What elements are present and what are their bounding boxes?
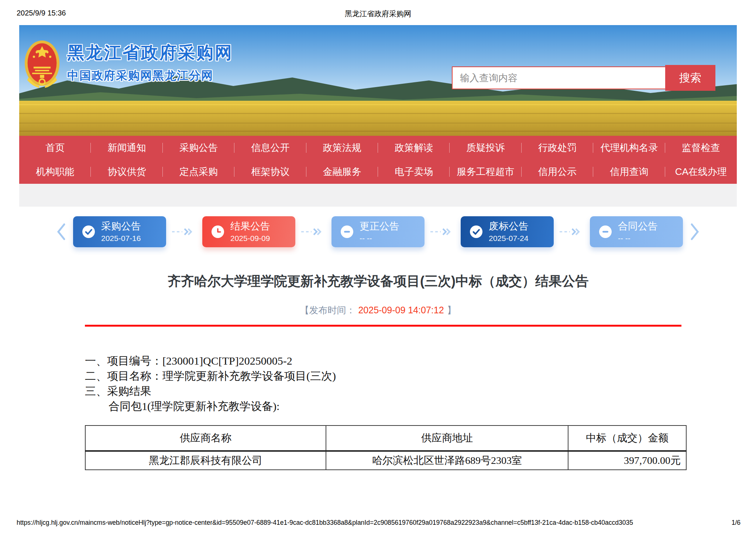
nav-item-inquiry-complaint[interactable]: 质疑投诉 — [450, 136, 521, 160]
brand-text: 黑龙江省政府采购网 中国政府采购网黑龙江分网 — [67, 32, 233, 95]
project-name-line: 二、项目名称：理学院更新补充教学设备项目(三次) — [85, 369, 681, 384]
site-brand: 黑龙江省政府采购网 中国政府采购网黑龙江分网 — [24, 32, 233, 95]
nav-item-designated-procurement[interactable]: 定点采购 — [163, 160, 234, 184]
flow-step-date: 2025-07-16 — [101, 234, 141, 243]
nav-item-credit-query[interactable]: 信用查询 — [593, 160, 665, 184]
nav-item-ca-online[interactable]: CA在线办理 — [665, 160, 737, 184]
flow-step-date: 2025-09-09 — [230, 234, 270, 243]
red-divider — [85, 325, 681, 327]
print-doc-title: 黑龙江省政府采购网 — [17, 9, 739, 19]
nav-item-administrative-penalty[interactable]: 行政处罚 — [522, 136, 593, 160]
site-subtitle: 中国政府采购网黑龙江分网 — [67, 68, 233, 83]
nav-item-financial-services[interactable]: 金融服务 — [306, 160, 378, 184]
project-number-line: 一、项目编号：[230001]QC[TP]20250005-2 — [85, 354, 681, 369]
nav-item-supervision-inspection[interactable]: 监督检查 — [665, 136, 737, 160]
dashed-arrow-icon — [300, 228, 326, 236]
header-supplier-address: 供应商地址 — [326, 426, 568, 451]
nav-item-news-notice[interactable]: 新闻通知 — [91, 136, 162, 160]
publish-time-value: 2025-09-09 14:07:12 — [358, 305, 444, 315]
main-nav: 首页 新闻通知 采购公告 信息公开 政策法规 政策解读 质疑投诉 行政处罚 代理… — [19, 136, 737, 184]
nav-item-framework-agreement[interactable]: 框架协议 — [234, 160, 306, 184]
nav-item-agency-directory[interactable]: 代理机构名录 — [593, 136, 665, 160]
check-circle-icon — [82, 225, 95, 238]
page-indicator: 1/6 — [732, 519, 740, 527]
flow-step-label: 更正公告 — [360, 221, 399, 232]
dashed-arrow-icon — [171, 228, 197, 236]
contract-package-line: 合同包1(理学院更新补充教学设备): — [85, 399, 681, 414]
nav-item-procurement-notice[interactable]: 采购公告 — [163, 136, 234, 160]
flow-step-label: 结果公告 — [230, 221, 270, 232]
minus-circle-icon — [599, 225, 612, 238]
notice-flow: 采购公告 2025-07-16 结果公告 2025-09-09 更正公告 — [0, 216, 756, 247]
flow-step-cancellation-notice[interactable]: 废标公告 2025-07-24 — [461, 216, 554, 247]
print-header: 2025/9/9 15:36 黑龙江省政府采购网 — [17, 9, 739, 20]
national-emblem-icon — [24, 32, 60, 95]
nav-row-1: 首页 新闻通知 采购公告 信息公开 政策法规 政策解读 质疑投诉 行政处罚 代理… — [19, 136, 737, 160]
content-spacer — [19, 184, 737, 207]
header-award-amount: 中标（成交）金额 — [568, 426, 686, 451]
page: 2025/9/9 15:36 黑龙江省政府采购网 — [0, 0, 756, 534]
flow-step-result-notice[interactable]: 结果公告 2025-09-09 — [202, 216, 295, 247]
cell-supplier-name: 黑龙江郡辰科技有限公司 — [85, 451, 326, 470]
dashed-arrow-icon — [559, 228, 585, 236]
print-footer: https://hljcg.hlj.gov.cn/maincms-web/not… — [17, 519, 740, 527]
nav-item-credit-publicity[interactable]: 信用公示 — [522, 160, 593, 184]
flow-step-label: 废标公告 — [489, 221, 529, 232]
chevron-right-icon[interactable] — [690, 223, 700, 241]
flow-step-date: -- -- — [360, 234, 399, 243]
flow-step-date: -- -- — [618, 234, 658, 243]
search-bar: 搜索 — [452, 65, 715, 91]
nav-item-org-functions[interactable]: 机构职能 — [19, 160, 91, 184]
publish-time-label-end: 】 — [447, 305, 456, 315]
site-banner: 黑龙江省政府采购网 中国政府采购网黑龙江分网 搜索 — [19, 25, 737, 136]
notice-body: 一、项目编号：[230001]QC[TP]20250005-2 二、项目名称：理… — [85, 354, 681, 470]
nav-row-2: 机构职能 协议供货 定点采购 框架协议 金融服务 电子卖场 服务工程超市 信用公… — [19, 160, 737, 184]
search-input[interactable] — [452, 66, 666, 89]
flow-step-procurement-notice[interactable]: 采购公告 2025-07-16 — [73, 216, 166, 247]
flow-step-label: 采购公告 — [101, 221, 141, 232]
chevron-left-icon[interactable] — [56, 223, 66, 241]
header-supplier-name: 供应商名称 — [85, 426, 326, 451]
nav-item-e-marketplace[interactable]: 电子卖场 — [378, 160, 450, 184]
table-row: 黑龙江郡辰科技有限公司 哈尔滨松北区世泽路689号2303室 397,700.0… — [85, 451, 686, 470]
flow-step-contract-notice[interactable]: 合同公告 -- -- — [590, 216, 683, 247]
minus-circle-icon — [340, 225, 354, 238]
site-title: 黑龙江省政府采购网 — [67, 41, 233, 64]
flow-step-correction-notice[interactable]: 更正公告 -- -- — [331, 216, 425, 247]
nav-item-home[interactable]: 首页 — [19, 136, 91, 160]
nav-item-policy-interpretation[interactable]: 政策解读 — [378, 136, 450, 160]
publish-time-line: 【发布时间：2025-09-09 14:07:12】 — [0, 304, 756, 316]
cell-supplier-address: 哈尔滨松北区世泽路689号2303室 — [326, 451, 568, 470]
nav-item-info-disclosure[interactable]: 信息公开 — [234, 136, 306, 160]
cell-award-amount: 397,700.00元 — [568, 451, 686, 470]
nav-item-agreement-supply[interactable]: 协议供货 — [91, 160, 162, 184]
publish-time-label: 【发布时间： — [300, 305, 355, 315]
clock-icon — [211, 225, 224, 238]
flow-step-date: 2025-07-24 — [489, 234, 529, 243]
search-button[interactable]: 搜索 — [665, 65, 715, 91]
flow-step-label: 合同公告 — [618, 221, 658, 232]
procurement-result-heading: 三、采购结果 — [85, 384, 681, 399]
page-url: https://hljcg.hlj.gov.cn/maincms-web/not… — [17, 519, 633, 527]
nav-item-policy-regulations[interactable]: 政策法规 — [306, 136, 378, 160]
result-table: 供应商名称 供应商地址 中标（成交）金额 黑龙江郡辰科技有限公司 哈尔滨松北区世… — [85, 425, 687, 470]
check-circle-icon — [470, 225, 483, 238]
notice-title: 齐齐哈尔大学理学院更新补充教学设备项目(三次)中标（成交）结果公告 — [0, 272, 756, 290]
dashed-arrow-icon — [430, 228, 456, 236]
nav-item-service-project-mall[interactable]: 服务工程超市 — [450, 160, 521, 184]
table-header-row: 供应商名称 供应商地址 中标（成交）金额 — [85, 426, 686, 451]
